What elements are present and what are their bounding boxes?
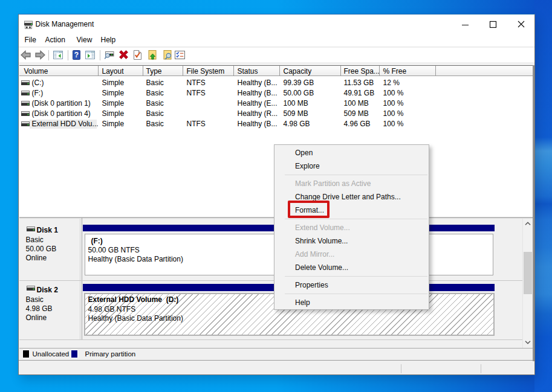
svg-text:?: ? (74, 51, 78, 59)
